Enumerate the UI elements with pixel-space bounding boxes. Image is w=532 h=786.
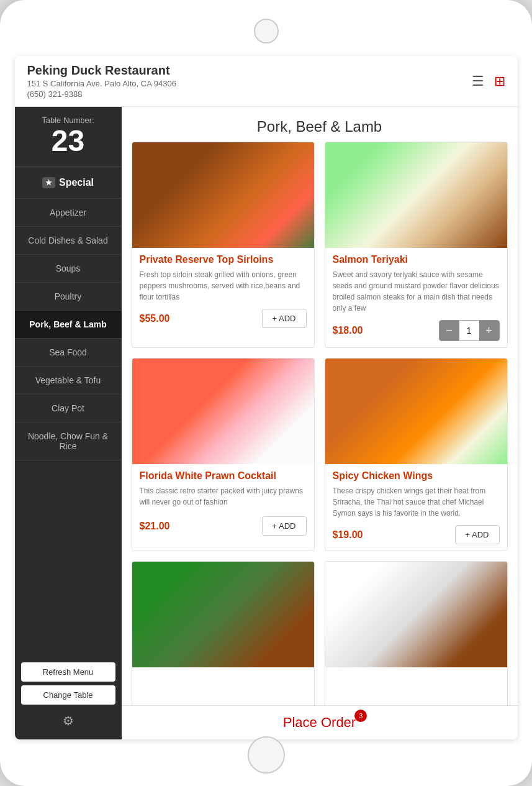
restaurant-name: Peking Duck Restaurant [27,63,472,78]
sidebar-item-pork-beef[interactable]: Pork, Beef & Lamb [15,311,122,339]
food-desc-bottom1 [140,677,307,702]
food-image-prawn [132,359,314,464]
home-button[interactable] [248,736,285,774]
table-number: 23 [21,125,115,158]
food-price-prawn: $21.00 [140,521,170,532]
food-card-bottom1 [132,561,315,715]
food-price-salmon: $18.00 [333,325,363,336]
sidebar-item-cold-dishes[interactable]: Cold Dishes & Salad [15,227,122,255]
food-name-sirloins: Private Reserve Top Sirloins [140,254,307,265]
food-desc-sirloins: Fresh top sirloin steak grilled with oni… [140,269,307,303]
sidebar-bottom: Refresh Menu Change Table ⚙ [15,656,122,739]
main-layout: Table Number: 23 ★ Special Appetizer Col… [15,107,518,739]
sidebar-item-clay-pot[interactable]: Clay Pot [15,395,122,423]
food-card-chicken: Spicy Chicken Wings These crispy chicken… [325,358,508,551]
add-button-prawn[interactable]: + ADD [262,516,307,536]
food-image-salmon [325,142,507,248]
settings-icon[interactable]: ⚙ [21,708,115,733]
nav-items: ★ Special Appetizer Cold Dishes & Salad … [15,167,122,656]
food-price-chicken: $19.00 [333,529,363,541]
header-info: Peking Duck Restaurant 151 S California … [27,63,472,99]
header: Peking Duck Restaurant 151 S California … [15,56,518,107]
table-info: Table Number: 23 [15,107,122,167]
sidebar-item-vegetable[interactable]: Vegetable & Tofu [15,367,122,395]
food-footer-chicken: $19.00 + ADD [333,525,500,544]
food-desc-bottom2 [333,677,500,702]
food-price-sirloins: $55.00 [140,313,170,324]
change-table-button[interactable]: Change Table [21,685,115,705]
qty-value-salmon: 1 [459,321,479,340]
food-name-chicken: Spicy Chicken Wings [333,470,500,482]
qty-plus-salmon[interactable]: + [479,321,499,340]
content-area: Pork, Beef & Lamb Private Reserve Top Si… [122,107,518,739]
grid-view-icon[interactable]: ⊞ [494,73,505,89]
app-container: Peking Duck Restaurant 151 S California … [15,56,518,739]
food-footer-salmon: $18.00 − 1 + [333,320,500,341]
sidebar-item-soups[interactable]: Soups [15,255,122,283]
quantity-control-salmon: − 1 + [439,320,500,341]
food-footer-sirloins: $55.00 + ADD [140,309,307,328]
order-badge: 3 [354,710,367,722]
sidebar-item-special-label: Special [59,177,94,188]
device-frame: Peking Duck Restaurant 151 S California … [0,0,532,786]
restaurant-address: 151 S California Ave. Palo Alto, CA 9430… [27,79,472,88]
sidebar-item-appetizer[interactable]: Appetizer [15,199,122,227]
food-desc-prawn: This classic retro starter packed with j… [140,485,307,510]
food-card-sirloins: Private Reserve Top Sirloins Fresh top s… [132,142,315,348]
restaurant-phone: (650) 321-9388 [27,89,472,99]
food-desc-chicken: These crispy chicken wings get their hea… [333,485,500,519]
food-footer-prawn: $21.00 + ADD [140,516,307,536]
food-desc-salmon: Sweet and savory teriyaki sauce with ses… [333,269,500,314]
food-card-body-chicken: Spicy Chicken Wings These crispy chicken… [325,464,507,551]
category-title: Pork, Beef & Lamb [132,107,508,142]
place-order-text[interactable]: Place Order 3 [283,715,356,731]
food-grid: Private Reserve Top Sirloins Fresh top s… [132,142,508,715]
food-image-bottom1 [132,562,314,667]
food-card-body-prawn: Florida White Prawn Cocktail This classi… [132,464,314,542]
header-icons: ☰ ⊞ [472,73,505,89]
food-card-body-sirloins: Private Reserve Top Sirloins Fresh top s… [132,248,314,334]
food-card-bottom2 [325,561,508,715]
food-card-salmon: Salmon Teriyaki Sweet and savory teriyak… [325,142,508,348]
sidebar-item-poultry[interactable]: Poultry [15,283,122,311]
refresh-menu-button[interactable]: Refresh Menu [21,662,115,682]
star-badge: ★ [42,177,55,188]
top-button [254,19,279,43]
sidebar-item-sea-food[interactable]: Sea Food [15,339,122,367]
list-view-icon[interactable]: ☰ [472,73,484,89]
food-image-bottom2 [325,562,507,667]
add-button-chicken[interactable]: + ADD [455,525,500,544]
add-button-sirloins[interactable]: + ADD [262,309,307,328]
food-card-body-salmon: Salmon Teriyaki Sweet and savory teriyak… [325,248,507,347]
food-name-prawn: Florida White Prawn Cocktail [140,470,307,482]
qty-minus-salmon[interactable]: − [440,321,459,340]
food-name-salmon: Salmon Teriyaki [333,254,500,265]
food-image-chicken [325,359,507,464]
food-image-sirloins [132,142,314,248]
sidebar: Table Number: 23 ★ Special Appetizer Col… [15,107,122,739]
food-card-prawn: Florida White Prawn Cocktail This classi… [132,358,315,551]
sidebar-item-noodle[interactable]: Noodle, Chow Fun & Rice [15,423,122,460]
sidebar-item-special[interactable]: ★ Special [15,167,122,199]
place-order-bar[interactable]: Place Order 3 [122,705,518,739]
table-label: Table Number: [21,116,115,125]
